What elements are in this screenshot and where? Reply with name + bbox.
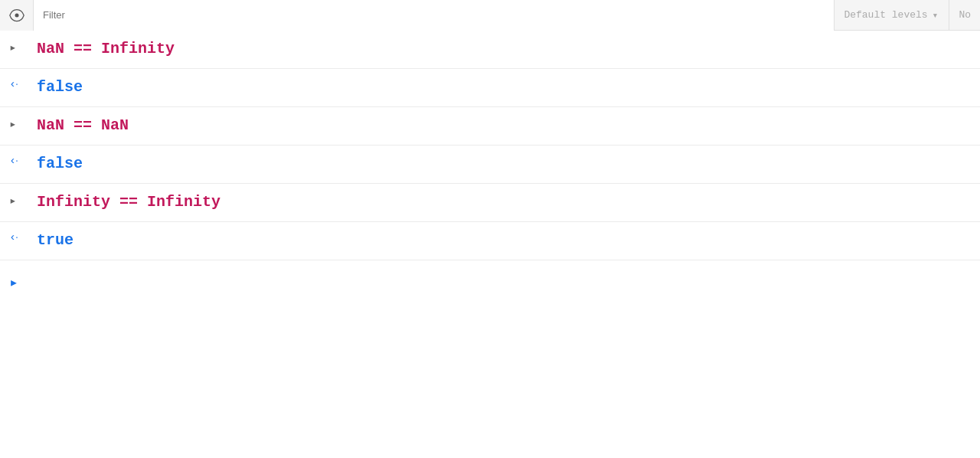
chevron-left-icon-6: ‹· [9,231,19,244]
chevron-right-icon-3: ▸ [9,116,17,132]
expand-icon-5[interactable]: ▸ [9,190,37,208]
no-label: No [959,9,971,21]
value-text-4: false [37,155,83,172]
console-row-5: ▸ Infinity == Infinity [0,184,980,222]
levels-dropdown-arrow: ▾ [933,9,939,21]
result-icon-4: ‹· [9,152,37,168]
expression-1: NaN == Infinity [37,37,175,60]
result-6: true [37,228,74,251]
console-prompt-row[interactable]: ▸ [0,260,980,303]
svg-point-0 [15,13,18,17]
result-4: false [37,152,83,175]
result-icon-2: ‹· [9,75,37,91]
console-area: ▸ NaN == Infinity ‹· false ▸ NaN == NaN … [0,31,980,303]
expression-5: Infinity == Infinity [37,190,220,213]
console-row-3: ▸ NaN == NaN [0,107,980,146]
filter-input[interactable] [34,0,835,31]
chevron-left-icon-2: ‹· [9,78,19,91]
console-toolbar: Default levels ▾ No [0,0,980,31]
chevron-right-icon-5: ▸ [9,193,17,208]
levels-label: Default levels [844,9,927,21]
console-row-6: ‹· true [0,222,980,260]
console-row-1: ▸ NaN == Infinity [0,31,980,69]
expression-text-3: NaN == NaN [37,116,129,134]
result-2: false [37,75,83,98]
expand-icon-3[interactable]: ▸ [9,113,37,132]
console-row-4: ‹· false [0,146,980,184]
chevron-right-icon-1: ▸ [9,40,17,55]
expression-text-5: Infinity == Infinity [37,193,220,211]
console-row-2: ‹· false [0,69,980,107]
chevron-left-icon-4: ‹· [9,155,19,168]
expression-text-1: NaN == Infinity [37,40,175,57]
eye-button[interactable] [0,0,34,31]
result-icon-6: ‹· [9,228,37,244]
prompt-chevron-icon: ▸ [9,273,18,292]
expression-3: NaN == NaN [37,113,129,136]
value-text-6: true [37,231,74,249]
levels-dropdown[interactable]: Default levels ▾ [835,0,949,31]
eye-icon [9,8,24,23]
no-filter-button[interactable]: No [949,0,980,31]
expand-icon-1[interactable]: ▸ [9,37,37,55]
value-text-2: false [37,78,83,96]
